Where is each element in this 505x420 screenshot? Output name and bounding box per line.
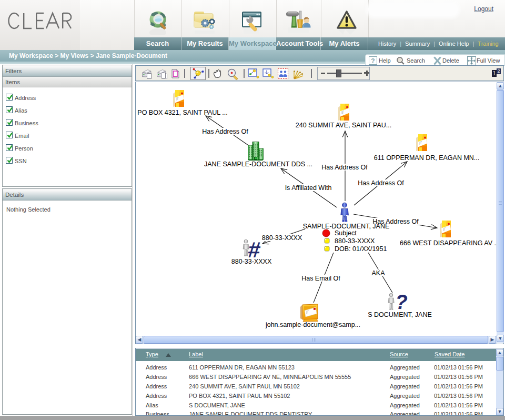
- svg-text:Has Address Of: Has Address Of: [358, 179, 404, 187]
- svg-text:240 SUMMIT AVE, SAINT PAU...: 240 SUMMIT AVE, SAINT PAU...: [296, 122, 391, 129]
- svg-text:Has Email Of: Has Email Of: [301, 275, 340, 282]
- svg-text:Has Address Of: Has Address Of: [321, 164, 368, 171]
- svg-text:DOB: 01/XX/1951: DOB: 01/XX/1951: [335, 245, 387, 253]
- svg-text:AKA: AKA: [371, 269, 385, 277]
- svg-text:PO BOX 4321, SAINT PAUL ...: PO BOX 4321, SAINT PAUL ...: [137, 109, 227, 116]
- svg-text:JANE SAMPLE-DOCUMENT DDS ...: JANE SAMPLE-DOCUMENT DDS ...: [204, 161, 312, 168]
- svg-text:?: ?: [395, 291, 407, 313]
- svg-text:Has Address Of: Has Address Of: [202, 128, 248, 135]
- svg-text:880-33-XXXX: 880-33-XXXX: [231, 258, 272, 265]
- svg-text:S DOCUMENT, JANE: S DOCUMENT, JANE: [368, 311, 432, 318]
- svg-text:?: ?: [371, 57, 375, 65]
- svg-text:880-33-XXXX: 880-33-XXXX: [335, 237, 375, 245]
- svg-text:611 OPPERMAN DR, EAGAN MN...: 611 OPPERMAN DR, EAGAN MN...: [374, 154, 480, 162]
- svg-text:SAMPLE-DOCUMENT, JANE: SAMPLE-DOCUMENT, JANE: [303, 223, 390, 230]
- svg-text:666 WEST DISAPPEARING AV ...: 666 WEST DISAPPEARING AV ...: [400, 239, 497, 247]
- svg-text:Subject: Subject: [335, 229, 357, 237]
- svg-text:880-33-XXXX: 880-33-XXXX: [262, 234, 302, 242]
- svg-text:Is Affiliated With: Is Affiliated With: [285, 184, 332, 192]
- svg-text:john.sample-document@samp...: john.sample-document@samp...: [265, 321, 360, 328]
